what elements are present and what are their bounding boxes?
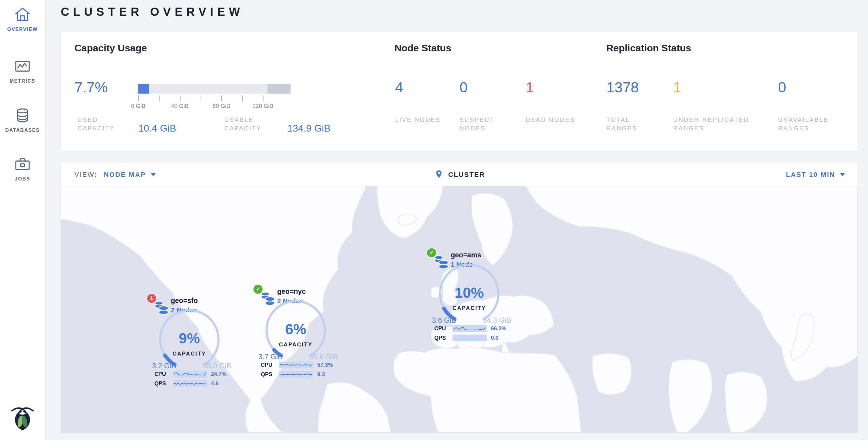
suspect-nodes-value: 0: [460, 79, 468, 96]
usable-capacity-value: 134.9 GiB: [287, 123, 330, 134]
used-capacity-label: USED CAPACITY: [78, 116, 135, 132]
capacity-usage-title: Capacity Usage: [74, 42, 147, 54]
status-badge: 1: [147, 294, 156, 303]
nodes-icon: [259, 290, 277, 308]
sidebar-item-jobs[interactable]: JOBS: [0, 156, 45, 182]
sidebar-item-metrics[interactable]: METRICS: [0, 58, 45, 84]
home-icon: [0, 6, 45, 23]
qps-label: QPS: [434, 335, 451, 341]
locality-capacity-percent: 9%: [157, 330, 222, 347]
sidebar-item-databases[interactable]: DATABASES: [0, 107, 45, 133]
sidebar-item-label: DATABASES: [0, 128, 45, 133]
map-toolbar: VIEW: NODE MAP CLUSTER LAST 10 MIN: [61, 163, 858, 186]
qps-value: 0.0: [491, 335, 498, 341]
nodes-icon: [153, 299, 170, 317]
replication-status-title: Replication Status: [606, 42, 691, 54]
capacity-percent: 7.7%: [74, 79, 107, 96]
under-replicated-ranges-label: UNDER-REPLICATED RANGES: [673, 116, 770, 132]
locality-used: 3.6 GiB: [432, 316, 456, 324]
page-title: CLUSTER OVERVIEW: [61, 5, 244, 19]
view-selector-dropdown[interactable]: NODE MAP: [104, 171, 156, 179]
under-replicated-ranges-value: 1: [673, 79, 681, 96]
unavailable-ranges-label: UNAVAILABLE RANGES: [778, 116, 857, 132]
qps-sparkline: [453, 335, 487, 341]
locality-used: 3.2 GiB: [152, 362, 176, 370]
capacity-bar-fill: [138, 84, 149, 94]
sidebar-item-label: OVERVIEW: [0, 27, 45, 32]
capacity-bar-ticks: [138, 95, 290, 101]
locality-capacity-percent: 10%: [437, 284, 501, 301]
location-pin-icon: [434, 169, 443, 180]
qps-label: QPS: [261, 371, 277, 378]
locality-capacity-percent: 6%: [264, 321, 328, 338]
sidebar: OVERVIEW METRICS DATABASES: [0, 0, 45, 440]
live-nodes-value: 4: [395, 79, 403, 96]
locality-name: geo=sfo: [171, 296, 198, 305]
capacity-bar: [138, 84, 290, 94]
locality-marker-sfo[interactable]: 1 geo=sfo 2 Nodes 9% CAPACITY 3.2 GiB 35…: [146, 291, 232, 391]
nodes-icon: [432, 253, 450, 271]
dead-nodes-label: DEAD NODES: [526, 116, 578, 124]
unavailable-ranges-value: 0: [778, 79, 786, 96]
used-capacity-value: 10.4 GiB: [138, 123, 176, 134]
cluster-overview-page: OVERVIEW METRICS DATABASES: [0, 0, 868, 440]
node-status-title: Node Status: [395, 42, 451, 54]
status-badge: ✓: [253, 285, 262, 294]
database-icon: [0, 107, 45, 124]
cluster-summary-card: Capacity Usage 7.7% 0 GiB40 GiB80 GiB120…: [61, 32, 858, 151]
cpu-sparkline: [453, 325, 487, 332]
qps-value: 4.6: [211, 380, 219, 387]
breadcrumb-cluster[interactable]: CLUSTER: [448, 171, 485, 179]
capacity-label: CAPACITY: [157, 351, 222, 357]
suspect-nodes-label: SUSPECT NODES: [460, 116, 517, 132]
capacity-label: CAPACITY: [437, 305, 501, 311]
cockroachdb-logo[interactable]: [0, 404, 45, 432]
sidebar-item-label: METRICS: [0, 78, 45, 84]
cpu-sparkline: [173, 371, 207, 377]
qps-label: QPS: [154, 380, 171, 387]
live-nodes-label: LIVE NODES: [395, 116, 447, 124]
locality-name: geo=nyc: [277, 287, 306, 296]
locality-usable: 35.0 GiB: [193, 362, 231, 370]
sidebar-item-label: JOBS: [0, 176, 45, 182]
briefcase-icon: [0, 156, 45, 172]
cpu-sparkline: [279, 362, 313, 368]
capacity-bar-ticklabels: 0 GiB40 GiB80 GiB120 GiB: [138, 103, 290, 110]
total-ranges-value: 1378: [606, 79, 639, 96]
capacity-bar-reserved: [268, 84, 290, 94]
time-range-dropdown[interactable]: LAST 10 MIN: [786, 171, 845, 179]
locality-name: geo=ams: [451, 251, 481, 259]
qps-sparkline: [279, 371, 313, 378]
view-selector-value: NODE MAP: [104, 171, 146, 179]
usable-capacity-label: USABLE CAPACITY: [224, 116, 285, 132]
qps-value: 9.3: [317, 371, 325, 378]
total-ranges-label: TOTAL RANGES: [606, 116, 658, 132]
sidebar-item-overview[interactable]: OVERVIEW: [0, 6, 45, 32]
locality-used: 3.7 GiB: [258, 352, 283, 361]
chevron-down-icon: [840, 173, 845, 176]
dead-nodes-value: 1: [526, 79, 534, 96]
status-badge: ✓: [427, 248, 436, 257]
chevron-down-icon: [151, 173, 156, 176]
cpu-label: CPU: [434, 325, 451, 332]
graph-icon: [0, 58, 45, 75]
time-range-value: LAST 10 MIN: [786, 171, 835, 179]
cpu-value: 66.3%: [491, 325, 506, 332]
cpu-value: 57.3%: [317, 362, 333, 368]
locality-usable: 65.6 GiB: [299, 352, 338, 361]
locality-usable: 34.3 GiB: [473, 316, 511, 324]
view-label: VIEW:: [74, 171, 97, 179]
capacity-label: CAPACITY: [264, 342, 328, 348]
qps-sparkline: [173, 380, 207, 387]
locality-marker-nyc[interactable]: ✓ geo=nyc 2 Nodes 6% CAPACITY 3.7 GiB 65…: [252, 282, 339, 382]
cpu-value: 24.7%: [211, 371, 226, 377]
cpu-label: CPU: [154, 371, 171, 377]
locality-marker-ams[interactable]: ✓ geo=ams 1 Node 10% CAPACITY 3.6 GiB 34…: [426, 246, 513, 346]
node-map: 1 geo=sfo 2 Nodes 9% CAPACITY 3.2 GiB 35…: [61, 186, 858, 432]
cpu-label: CPU: [261, 362, 277, 368]
